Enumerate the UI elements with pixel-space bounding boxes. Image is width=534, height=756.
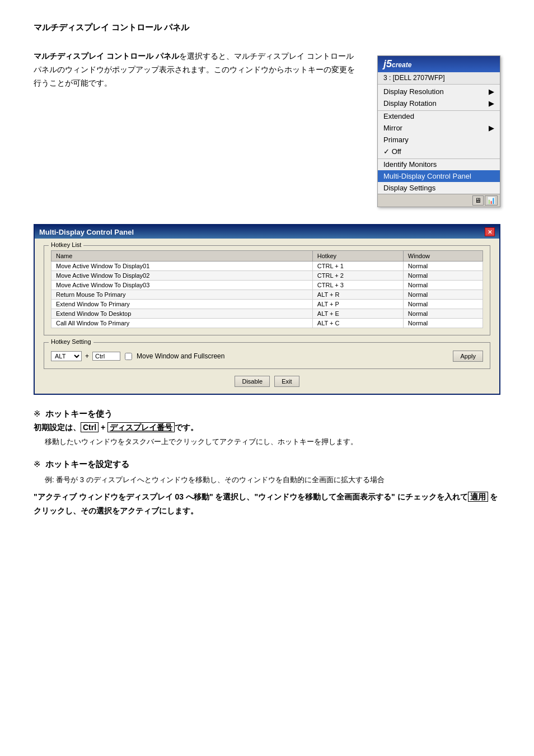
menu-identify[interactable]: Identify Monitors <box>378 158 500 170</box>
table-cell-name: Move Active Window To Display02 <box>51 271 313 281</box>
section1-subtitle: 初期設定は、Ctrl + ディスプレイ番号です。 <box>34 423 500 433</box>
modifier2-input[interactable] <box>92 352 120 361</box>
arrow-right-icon: ▶ <box>489 124 494 132</box>
instruction1-rest: を選択し、 <box>213 492 255 501</box>
display-number-box: ディスプレイ番号 <box>107 422 175 432</box>
section2-instruction: "アクティブ ウィンドウをディスプレイ 03 へ移動" を選択し、"ウィンドウを… <box>34 490 500 518</box>
section1-heading: ホットキーを使う <box>45 409 113 418</box>
monitor-name: 3 : [DELL 2707WFP] <box>378 72 500 85</box>
top-section: マルチディスプレイ コントロール パネルを選択すると、マルチディスプレイ コント… <box>34 50 500 207</box>
arrow-right-icon: ▶ <box>489 99 494 108</box>
taskbar-icon-2: 📊 <box>485 195 498 206</box>
section2-symbol: ※ <box>34 459 41 469</box>
table-cell-hotkey: ALT + C <box>312 319 403 328</box>
instruction1-bold: "アクティブ ウィンドウをディスプレイ 03 へ移動" <box>34 492 213 501</box>
col-header-hotkey: Hotkey <box>312 251 403 262</box>
apply-box: 適用 <box>468 492 488 502</box>
fullscreen-checkbox[interactable] <box>125 353 132 360</box>
table-cell-window: Normal <box>403 309 483 319</box>
menu-display-resolution[interactable]: Display Resolution ▶ <box>378 86 500 97</box>
ctrl-box: Ctrl <box>81 422 99 432</box>
table-cell-window: Normal <box>403 300 483 309</box>
context-menu-header: j5create <box>378 56 500 72</box>
mdcp-close-button[interactable]: ✕ <box>485 227 495 236</box>
modifier1-select[interactable]: ALT CTRL <box>51 351 82 361</box>
table-cell-name: Call All Window To Primary <box>51 319 313 328</box>
context-menu-wrapper: j5create 3 : [DELL 2707WFP] Display Reso… <box>377 55 500 207</box>
section-hotkey-set: ※ ホットキーを設定する 例: 番号が 3 のディスプレイへとウィンドウを移動し… <box>34 459 500 518</box>
section-hotkey-use: ※ ホットキーを使う 初期設定は、Ctrl + ディスプレイ番号です。 移動した… <box>34 409 500 448</box>
example-text: 番号が 3 のディスプレイへとウィンドウを移動し、そのウィンドウを自動的に全画面… <box>56 475 384 484</box>
table-cell-hotkey: ALT + E <box>312 309 403 319</box>
bottom-buttons: Disable Exit <box>44 376 490 387</box>
col-header-window: Window <box>403 251 483 262</box>
page-title: マルチディスプレイ コントロール パネル <box>34 22 500 33</box>
hotkey-list-label: Hotkey List <box>49 241 83 248</box>
section2-title: ※ ホットキーを設定する <box>34 459 500 470</box>
table-row[interactable]: Extend Window To PrimaryALT + PNormal <box>51 300 483 309</box>
apply-button[interactable]: Apply <box>453 351 483 362</box>
table-cell-window: Normal <box>403 271 483 281</box>
table-cell-name: Extend Window To Desktop <box>51 309 313 319</box>
section2-example: 例: 番号が 3 のディスプレイへとウィンドウを移動し、そのウィンドウを自動的に… <box>45 473 500 486</box>
table-cell-name: Extend Window To Primary <box>51 300 313 309</box>
table-cell-name: Move Active Window To Display01 <box>51 262 313 271</box>
hotkey-setting-label: Hotkey Setting <box>49 338 93 345</box>
instruction2-rest: にチェックを入れて <box>395 492 468 501</box>
checkbox-label: Move Window and Fullscreen <box>137 352 224 360</box>
mdcp-body: Hotkey List Name Hotkey Window Move Acti… <box>35 239 499 394</box>
hotkey-list-group: Hotkey List Name Hotkey Window Move Acti… <box>44 245 490 335</box>
table-cell-hotkey: ALT + P <box>312 300 403 309</box>
plus-symbol2: + <box>99 423 107 432</box>
table-row[interactable]: Move Active Window To Display02CTRL + 2N… <box>51 271 483 281</box>
example-label: 例: <box>45 475 54 484</box>
menu-mdcp[interactable]: Multi-Display Control Panel <box>378 170 500 182</box>
exit-button[interactable]: Exit <box>274 376 299 387</box>
menu-mirror[interactable]: Mirror ▶ <box>378 122 500 134</box>
table-cell-name: Move Active Window To Display03 <box>51 281 313 290</box>
table-cell-window: Normal <box>403 319 483 328</box>
instruction2-bold: "ウィンドウを移動して全画面表示する" <box>254 492 395 501</box>
menu-off[interactable]: Off <box>378 146 500 157</box>
section2-heading: ホットキーを設定する <box>45 459 129 469</box>
menu-display-settings[interactable]: Display Settings <box>378 182 500 194</box>
table-row[interactable]: Call All Window To PrimaryALT + CNormal <box>51 319 483 328</box>
mdcp-titlebar: Multi-Display Control Panel ✕ <box>35 225 499 239</box>
menu-display-rotation[interactable]: Display Rotation ▶ <box>378 97 500 109</box>
table-cell-name: Return Mouse To Primary <box>51 290 313 300</box>
table-cell-window: Normal <box>403 290 483 300</box>
mdcp-window-title: Multi-Display Control Panel <box>39 228 134 236</box>
table-cell-hotkey: CTRL + 3 <box>312 281 403 290</box>
table-row[interactable]: Move Active Window To Display03CTRL + 3N… <box>51 281 483 290</box>
table-cell-hotkey: ALT + R <box>312 290 403 300</box>
hotkey-setting-row: ALT CTRL + Move Window and Fullscreen Ap… <box>51 351 483 362</box>
top-text-bold: マルチディスプレイ コントロール パネル <box>34 52 179 60</box>
table-row[interactable]: Return Mouse To PrimaryALT + RNormal <box>51 290 483 300</box>
table-row[interactable]: Extend Window To DesktopALT + ENormal <box>51 309 483 319</box>
col-header-name: Name <box>51 251 313 262</box>
table-cell-hotkey: CTRL + 2 <box>312 271 403 281</box>
menu-extended[interactable]: Extended <box>378 110 500 122</box>
table-row[interactable]: Move Active Window To Display01CTRL + 1N… <box>51 262 483 271</box>
j5-logo: j5 <box>383 58 392 69</box>
hotkey-table: Name Hotkey Window Move Active Window To… <box>51 250 483 328</box>
section1-symbol: ※ <box>34 409 41 418</box>
section1-body: 移動したいウィンドウをタスクバー上でクリックしてアクティブにし、ホットキーを押し… <box>45 435 500 448</box>
plus-symbol: + <box>85 352 89 360</box>
arrow-right-icon: ▶ <box>489 87 494 96</box>
mdcp-window: Multi-Display Control Panel ✕ Hotkey Lis… <box>34 224 500 395</box>
hotkey-setting-group: Hotkey Setting ALT CTRL + Move Window an… <box>44 342 490 369</box>
table-cell-hotkey: CTRL + 1 <box>312 262 403 271</box>
disable-button[interactable]: Disable <box>235 376 270 387</box>
context-menu: j5create 3 : [DELL 2707WFP] Display Reso… <box>377 55 500 207</box>
table-cell-window: Normal <box>403 262 483 271</box>
section1-bold-text: 初期設定は、 <box>34 423 81 432</box>
table-cell-window: Normal <box>403 281 483 290</box>
taskbar-icon-1: 🖥 <box>472 195 484 206</box>
menu-primary[interactable]: Primary <box>378 134 500 146</box>
top-description: マルチディスプレイ コントロール パネルを選択すると、マルチディスプレイ コント… <box>34 50 360 207</box>
create-text: create <box>392 61 411 69</box>
taskbar-area: 🖥 📊 <box>378 194 500 207</box>
section1-suffix: です。 <box>175 423 198 432</box>
section1-title: ※ ホットキーを使う <box>34 409 500 419</box>
